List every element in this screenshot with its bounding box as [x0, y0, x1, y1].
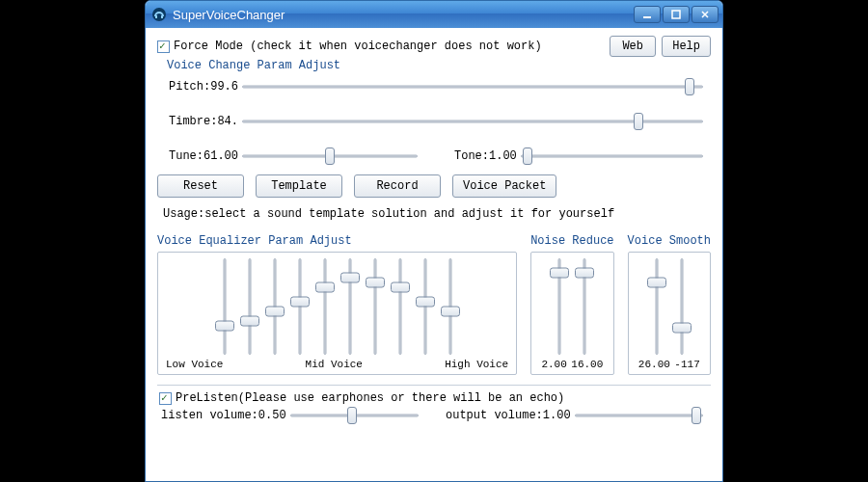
help-button[interactable]: Help [662, 36, 711, 57]
smooth-title: Voice Smooth [628, 234, 711, 248]
noise-slider-2[interactable] [577, 258, 592, 355]
output-volume-label: output volume:1.00 [446, 409, 571, 422]
top-buttons: Web Help [610, 36, 711, 57]
noise-title: Noise Reduce [530, 234, 613, 248]
smooth-slider-1[interactable] [649, 258, 665, 355]
noise-slider-1[interactable] [552, 258, 567, 355]
eq-band-slider-1[interactable] [217, 258, 232, 355]
noise-sliders [552, 258, 592, 355]
equalizer-group: Voice Equalizer Param Adjust Low Voice M… [157, 234, 517, 375]
separator [157, 385, 711, 386]
top-row: Force Mode (check it when voicechanger d… [157, 36, 711, 57]
output-volume-slider[interactable] [575, 407, 703, 424]
timbre-slider[interactable] [242, 113, 703, 130]
tone-label: Tone:1.00 [454, 149, 517, 163]
eq-band-slider-5[interactable] [317, 258, 333, 355]
eq-sliders [217, 258, 458, 355]
tune-slider[interactable] [242, 147, 418, 165]
tone-slider[interactable] [521, 147, 703, 165]
params-legend: Voice Change Param Adjust [167, 59, 711, 72]
prelisten-row: PreListen(Please use earphones or there … [159, 391, 711, 405]
noise-reduce-group: Noise Reduce 2.00 16.00 [530, 234, 613, 375]
close-button[interactable] [692, 6, 719, 23]
volume-row: listen volume:0.50 output volume:1.00 [161, 407, 711, 424]
app-window: SuperVoiceChanger Force Mode (check it w… [145, 0, 723, 482]
eq-box: Low Voice Mid Voice High Voice [157, 252, 517, 375]
svg-rect-1 [155, 15, 157, 18]
web-button[interactable]: Web [610, 36, 656, 57]
eq-high-label: High Voice [445, 359, 508, 370]
timbre-row: Timbre:84. [169, 113, 711, 130]
smooth-sliders [649, 258, 690, 355]
noise-val1: 2.00 [541, 359, 566, 370]
content-area: Force Mode (check it when voicechanger d… [146, 28, 722, 481]
eq-band-slider-4[interactable] [292, 258, 308, 355]
eq-band-slider-10[interactable] [443, 258, 458, 355]
window-title: SuperVoiceChanger [173, 8, 634, 22]
action-buttons: Reset Template Record Voice Packet [157, 174, 711, 198]
maximize-icon [671, 10, 681, 19]
svg-rect-4 [672, 11, 680, 18]
svg-point-0 [152, 8, 166, 21]
svg-rect-2 [161, 15, 163, 18]
smooth-val2: -117 [674, 359, 699, 370]
app-icon [151, 7, 167, 22]
window-controls [634, 6, 719, 23]
eq-mid-label: Mid Voice [306, 359, 363, 370]
eq-band-slider-7[interactable] [367, 258, 383, 355]
noise-labels: 2.00 16.00 [539, 359, 605, 370]
eq-band-slider-2[interactable] [242, 258, 258, 355]
eq-band-slider-6[interactable] [342, 258, 358, 355]
titlebar[interactable]: SuperVoiceChanger [146, 1, 722, 28]
eq-band-slider-9[interactable] [418, 258, 433, 355]
pitch-row: Pitch:99.6 [169, 78, 711, 95]
svg-rect-3 [643, 16, 651, 18]
voice-packet-button[interactable]: Voice Packet [452, 174, 556, 198]
maximize-button[interactable] [663, 6, 690, 23]
tune-label: Tune:61.00 [169, 149, 238, 163]
force-mode-checkbox[interactable] [157, 40, 170, 53]
template-button[interactable]: Template [256, 174, 342, 198]
reset-button[interactable]: Reset [157, 174, 244, 198]
prelisten-checkbox[interactable] [159, 392, 172, 405]
usage-text: Usage:select a sound template solution a… [163, 207, 711, 221]
eq-title: Voice Equalizer Param Adjust [157, 234, 517, 248]
minimize-icon [642, 10, 652, 19]
smooth-val1: 26.00 [638, 359, 670, 370]
listen-volume-label: listen volume:0.50 [161, 409, 286, 422]
eq-low-label: Low Voice [166, 359, 223, 370]
tune-tone-row: Tune:61.00 Tone:1.00 [169, 147, 711, 165]
noise-box: 2.00 16.00 [530, 252, 613, 375]
voice-change-params: Voice Change Param Adjust Pitch:99.6 Tim… [157, 59, 711, 165]
eq-band-slider-3[interactable] [267, 258, 283, 355]
eq-section: Voice Equalizer Param Adjust Low Voice M… [157, 234, 711, 375]
minimize-button[interactable] [634, 6, 661, 23]
force-mode-label: Force Mode (check it when voicechanger d… [174, 40, 542, 53]
voice-smooth-group: Voice Smooth 26.00 -117 [628, 234, 711, 375]
pitch-label: Pitch:99.6 [169, 80, 238, 94]
pitch-slider[interactable] [242, 78, 703, 95]
noise-val2: 16.00 [571, 359, 603, 370]
record-button[interactable]: Record [354, 174, 441, 198]
close-icon [700, 10, 710, 19]
timbre-label: Timbre:84. [169, 115, 238, 128]
listen-volume-slider[interactable] [290, 407, 419, 424]
prelisten-label: PreListen(Please use earphones or there … [176, 391, 564, 405]
eq-labels: Low Voice Mid Voice High Voice [166, 359, 508, 370]
smooth-box: 26.00 -117 [628, 252, 711, 375]
eq-band-slider-8[interactable] [393, 258, 408, 355]
smooth-slider-2[interactable] [674, 258, 690, 355]
smooth-labels: 26.00 -117 [637, 359, 702, 370]
